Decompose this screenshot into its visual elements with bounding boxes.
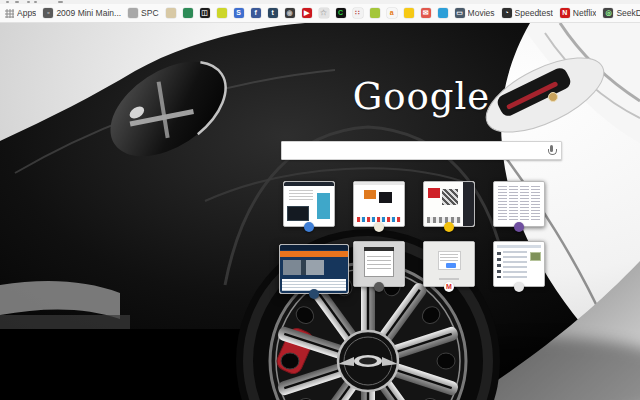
bookmark-seekdroid[interactable]: ◎SeekDroid xyxy=(601,7,640,19)
bookmark-android-icon[interactable] xyxy=(368,7,382,19)
car-bookmark-icon xyxy=(128,8,138,18)
camera-icon: ◉ xyxy=(285,8,295,18)
chrome-remnant-mark xyxy=(27,1,30,3)
bookmark-apps[interactable]: Apps xyxy=(3,7,38,19)
bookmark-camera-icon[interactable]: ◉ xyxy=(283,7,297,19)
bookmark-yellow-star-icon[interactable] xyxy=(402,7,416,19)
bookmark-dark-app-icon[interactable]: ◫ xyxy=(198,7,212,19)
thumbnail-cell xyxy=(283,241,335,287)
bookmark-green-globe-icon[interactable] xyxy=(181,7,195,19)
site-favicon-gmail-login: M xyxy=(444,282,454,292)
bookmark-amazon-icon[interactable]: a xyxy=(385,7,399,19)
site-favicon-deals-store xyxy=(444,222,454,232)
site-preview xyxy=(284,182,334,226)
mail-icon: ✉ xyxy=(421,8,431,18)
bookmark-facebook-icon[interactable]: f xyxy=(249,7,263,19)
bookmark-tumblr-icon[interactable]: t xyxy=(266,7,280,19)
blue-globe-icon xyxy=(438,8,448,18)
site-favicon-tech-product-site xyxy=(304,222,314,232)
site-preview xyxy=(424,182,474,226)
site-thumbnail-forum-thread-list[interactable] xyxy=(493,241,545,287)
tumblr-icon: t xyxy=(268,8,278,18)
site-thumbnail-classifieds-list[interactable] xyxy=(493,181,545,227)
bookmark-speedtest[interactable]: ◔Speedtest xyxy=(500,7,555,19)
site-favicon-car-forum xyxy=(309,289,319,299)
photo-bookmark-icon: ▫ xyxy=(43,8,53,18)
bookmark-2009-mini-main[interactable]: ▫2009 Mini Main... xyxy=(41,7,123,19)
site-thumbnail-electronics-store[interactable] xyxy=(353,181,405,227)
site-favicon-forum-thread-list xyxy=(514,282,524,292)
thumbnail-cell xyxy=(353,241,405,287)
bookmarks-bar: Apps ▫2009 Mini Main...SPC◫Sft◉▶✩C∷a✉▭Mo… xyxy=(0,4,640,23)
bookmark-label: SPC xyxy=(141,8,158,18)
site-thumbnail-car-forum[interactable] xyxy=(279,244,349,294)
search-box[interactable] xyxy=(281,141,562,160)
google-logo: Google xyxy=(281,75,562,118)
thumbnail-cell xyxy=(493,241,545,287)
gray-outline-icon: ✩ xyxy=(319,8,329,18)
new-tab-page: Google M xyxy=(0,23,640,400)
bookmark-label: Movies xyxy=(468,8,495,18)
youtube-icon: ▶ xyxy=(302,8,312,18)
dark-app-icon: ◫ xyxy=(200,8,210,18)
site-preview xyxy=(494,242,544,286)
bookmark-people-icon[interactable]: ∷ xyxy=(351,7,365,19)
chrome-remnant-mark xyxy=(6,1,9,3)
bookmark-label: Apps xyxy=(17,8,36,18)
bookmark-spc[interactable]: SPC xyxy=(126,7,160,19)
bookmark-youtube-icon[interactable]: ▶ xyxy=(300,7,314,19)
bookmark-mail-icon[interactable]: ✉ xyxy=(419,7,433,19)
site-favicon-dialog-page xyxy=(374,282,384,292)
chrome-remnant-mark xyxy=(15,1,19,3)
bookmark-blue-globe-icon[interactable] xyxy=(436,7,450,19)
site-preview xyxy=(354,182,404,226)
yellow-star-icon xyxy=(404,8,414,18)
card-icon xyxy=(166,8,176,18)
site-favicon-electronics-store xyxy=(374,222,384,232)
site-preview xyxy=(354,242,404,286)
netflix-icon: N xyxy=(560,8,570,18)
microphone-icon[interactable] xyxy=(546,145,556,158)
green-globe-icon xyxy=(183,8,193,18)
site-thumbnail-gmail-login[interactable]: M xyxy=(423,241,475,287)
bookmark-netflix[interactable]: NNetflix xyxy=(558,7,599,19)
thumbnail-cell: M xyxy=(423,241,475,287)
site-preview xyxy=(424,242,474,286)
thumbnail-cell xyxy=(493,181,545,227)
most-visited-grid: M xyxy=(283,181,545,287)
bookmark-bolt-icon[interactable] xyxy=(215,7,229,19)
bookmark-card-icon[interactable] xyxy=(164,7,178,19)
site-thumbnail-tech-product-site[interactable] xyxy=(283,181,335,227)
bookmark-items: ▫2009 Mini Main...SPC◫Sft◉▶✩C∷a✉▭Movies◔… xyxy=(41,7,640,19)
green-c-icon: C xyxy=(336,8,346,18)
android-icon xyxy=(370,8,380,18)
facebook-icon: f xyxy=(251,8,261,18)
site-preview xyxy=(494,182,544,226)
bookmark-label: Netflix xyxy=(573,8,597,18)
apps-grid-icon xyxy=(5,9,14,18)
seekdroid-icon: ◎ xyxy=(603,8,613,18)
bookmark-gray-outline-icon[interactable]: ✩ xyxy=(317,7,331,19)
chrome-remnant-mark xyxy=(58,1,63,3)
search-input[interactable] xyxy=(282,142,561,159)
bookmark-label: SeekDroid xyxy=(616,8,640,18)
thumbnail-cell xyxy=(423,181,475,227)
browser-window: Apps ▫2009 Mini Main...SPC◫Sft◉▶✩C∷a✉▭Mo… xyxy=(0,0,640,400)
thumbnail-cell xyxy=(283,181,335,227)
bookmark-label: Speedtest xyxy=(515,8,553,18)
bookmark-green-c-icon[interactable]: C xyxy=(334,7,348,19)
thumbnail-cell xyxy=(353,181,405,227)
bookmark-blue-s-icon[interactable]: S xyxy=(232,7,246,19)
site-thumbnail-deals-store[interactable] xyxy=(423,181,475,227)
blue-s-icon: S xyxy=(234,8,244,18)
bookmark-label: 2009 Mini Main... xyxy=(56,8,121,18)
site-preview xyxy=(280,245,348,293)
amazon-icon: a xyxy=(387,8,397,18)
people-icon: ∷ xyxy=(353,8,363,18)
chrome-remnant-mark xyxy=(34,1,37,3)
movies-bookmark-icon: ▭ xyxy=(455,8,465,18)
bolt-icon xyxy=(217,8,227,18)
site-thumbnail-dialog-page[interactable] xyxy=(353,241,405,287)
bookmark-movies[interactable]: ▭Movies xyxy=(453,7,497,19)
speedtest-icon: ◔ xyxy=(502,8,512,18)
